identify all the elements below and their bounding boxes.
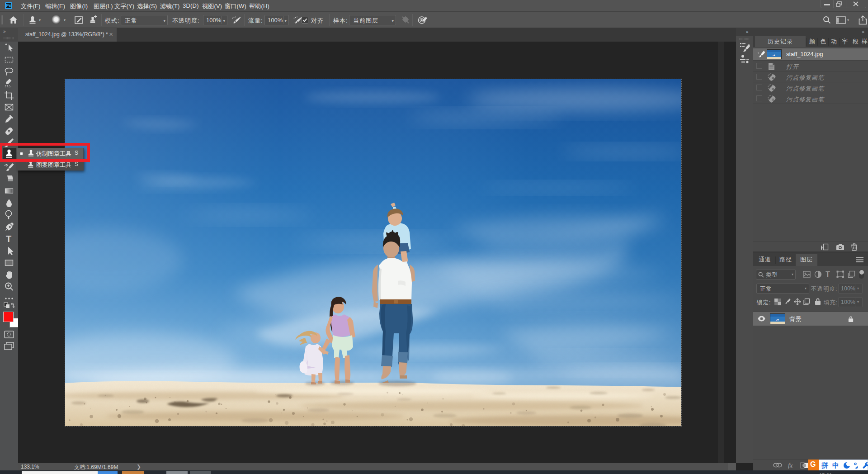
svg-text:fx: fx <box>788 462 793 469</box>
svg-text:T: T <box>6 234 11 244</box>
svg-text:T: T <box>826 270 830 278</box>
